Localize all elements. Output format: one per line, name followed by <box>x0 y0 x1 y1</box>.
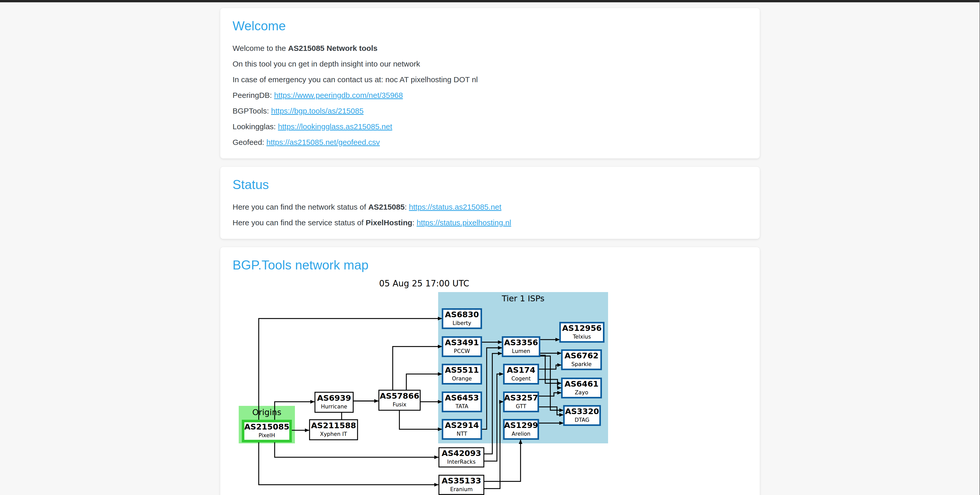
group-tier1-label: Tier 1 ISPs <box>501 294 544 303</box>
map-node-AS3356: AS3356Lumen <box>503 337 539 356</box>
node-id-AS57866: AS57866 <box>380 391 419 401</box>
bgptools-row: BGPTools: https://bgp.tools/as/215085 <box>232 107 748 115</box>
edge-AS215085-AS42093 <box>275 441 438 457</box>
node-id-AS2914: AS2914 <box>445 420 479 430</box>
edge-AS35133-AS1299 <box>484 440 520 481</box>
map-node-AS12956: AS12956Telxius <box>560 323 604 342</box>
node-name-AS57866: Fusix <box>393 401 406 408</box>
peeringdb-row: PeeringDB: https://www.peeringdb.com/net… <box>232 91 748 100</box>
node-id-AS3356: AS3356 <box>504 338 538 347</box>
group-origins-label: Origins <box>252 407 281 417</box>
network-map-image: Tier 1 ISPsOriginsAS215085PixelHAS211588… <box>238 292 748 495</box>
edge-AS57866-AS5511 <box>406 374 442 390</box>
network-status-bold: AS215085 <box>368 203 405 211</box>
lookingglass-link[interactable]: https://lookingglass.as215085.net <box>278 122 392 131</box>
node-id-AS215085: AS215085 <box>244 422 290 431</box>
node-name-AS3320: DTAG <box>575 417 590 423</box>
map-node-AS3320: AS3320DTAG <box>564 406 600 425</box>
node-id-AS5511: AS5511 <box>445 365 479 375</box>
welcome-line-emergency: In case of emergency you can contact us … <box>232 75 748 84</box>
network-status-prefix: Here you can find the network status of <box>232 203 368 211</box>
map-node-AS174: AS174Cogent <box>504 364 538 384</box>
node-name-AS5511: Orange <box>452 375 472 382</box>
node-name-AS12956: Telxius <box>573 334 591 340</box>
geofeed-row: Geofeed: https://as215085.net/geofeed.cs… <box>232 138 748 147</box>
node-name-AS174: Cogent <box>511 375 531 382</box>
node-id-AS35133: AS35133 <box>441 476 481 485</box>
node-id-AS6762: AS6762 <box>565 351 598 360</box>
map-node-AS5511: AS5511Orange <box>442 364 481 384</box>
map-node-AS6830: AS6830Liberty <box>442 309 481 328</box>
map-node-AS211588: AS211588Xyphen IT <box>310 420 358 440</box>
node-name-AS35133: Eranium <box>450 486 473 492</box>
edge-AS57866-AS3491 <box>393 346 442 390</box>
network-status-sep: : <box>404 203 409 211</box>
node-name-AS6453: TATA <box>455 403 468 409</box>
map-node-AS1299: AS1299Arelion <box>504 420 538 439</box>
node-id-AS211588: AS211588 <box>311 421 356 430</box>
map-node-AS2914: AS2914NTT <box>442 420 481 439</box>
node-id-AS3320: AS3320 <box>565 407 599 416</box>
node-name-AS42093: InterRacks <box>447 459 476 465</box>
welcome-line-insight: On this tool you cn get in depth insight… <box>232 60 748 68</box>
node-id-AS6939: AS6939 <box>317 393 351 402</box>
lookingglass-label: Lookingglas: <box>232 122 278 131</box>
page-content: Welcome Welcome to the AS215085 Network … <box>220 2 760 495</box>
service-status-sep: : <box>412 218 417 227</box>
peeringdb-label: PeeringDB: <box>232 91 274 99</box>
node-id-AS6830: AS6830 <box>445 310 479 319</box>
node-name-AS3257: GTT <box>516 403 527 409</box>
node-name-AS6762: Sparkle <box>571 361 592 367</box>
network-status-link[interactable]: https://status.as215085.net <box>409 203 501 211</box>
map-node-AS6762: AS6762Sparkle <box>562 350 601 369</box>
map-node-AS215085: AS215085PixelH <box>243 421 291 441</box>
status-card: Status Here you can find the network sta… <box>220 167 760 239</box>
window-top-bar <box>0 0 980 2</box>
welcome-intro-bold: AS215085 Network tools <box>288 44 377 53</box>
map-node-AS6461: AS6461Zayo <box>562 378 601 398</box>
service-status-link[interactable]: https://status.pixelhosting.nl <box>417 218 511 227</box>
status-title: Status <box>232 177 748 192</box>
node-name-AS211588: Xyphen IT <box>320 431 347 437</box>
map-timestamp: 05 Aug 25 17:00 UTC <box>238 278 610 289</box>
node-name-AS6830: Liberty <box>452 320 471 326</box>
geofeed-label: Geofeed: <box>232 138 266 147</box>
peeringdb-link[interactable]: https://www.peeringdb.com/net/35968 <box>274 91 403 99</box>
welcome-intro-prefix: Welcome to the <box>232 44 288 53</box>
node-name-AS3491: PCCW <box>454 348 470 354</box>
node-name-AS1299: Arelion <box>512 431 530 437</box>
map-node-AS6453: AS6453TATA <box>442 392 481 412</box>
bgp-map-title: BGP.Tools network map <box>232 258 748 272</box>
bgp-map-card: BGP.Tools network map 05 Aug 25 17:00 UT… <box>220 247 760 495</box>
map-node-AS35133: AS35133Eranium <box>439 475 484 495</box>
network-status-row: Here you can find the network status of … <box>232 203 748 211</box>
edge-AS57866-AS2914 <box>399 410 442 429</box>
node-name-AS6461: Zayo <box>575 390 588 396</box>
node-name-AS2914: NTT <box>457 431 467 437</box>
node-name-AS3356: Lumen <box>512 348 530 354</box>
bgptools-label: BGPTools: <box>232 107 271 115</box>
node-id-AS6461: AS6461 <box>565 379 598 388</box>
welcome-card: Welcome Welcome to the AS215085 Network … <box>220 8 760 158</box>
node-id-AS6453: AS6453 <box>445 393 479 402</box>
service-status-row: Here you can find the service status of … <box>232 218 748 227</box>
edge-AS215085-AS35133 <box>259 441 438 485</box>
node-id-AS3257: AS3257 <box>504 393 538 402</box>
lookingglass-row: Lookingglas: https://lookingglass.as2150… <box>232 122 748 131</box>
node-id-AS42093: AS42093 <box>441 449 481 458</box>
bgptools-link[interactable]: https://bgp.tools/as/215085 <box>271 107 363 115</box>
node-name-AS215085: PixelH <box>258 432 275 439</box>
map-node-AS57866: AS57866Fusix <box>379 390 420 410</box>
welcome-intro: Welcome to the AS215085 Network tools <box>232 44 748 53</box>
map-node-AS3491: AS3491PCCW <box>442 337 481 356</box>
map-node-AS3257: AS3257GTT <box>504 392 538 412</box>
node-id-AS12956: AS12956 <box>562 323 601 333</box>
geofeed-link[interactable]: https://as215085.net/geofeed.csv <box>266 138 380 147</box>
service-status-bold: PixelHosting <box>366 218 412 227</box>
node-id-AS174: AS174 <box>507 365 535 375</box>
welcome-title: Welcome <box>232 19 748 33</box>
node-name-AS6939: Hurricane <box>321 404 347 410</box>
map-node-AS42093: AS42093InterRacks <box>439 448 484 467</box>
map-node-AS6939: AS6939Hurricane <box>315 392 353 412</box>
node-id-AS1299: AS1299 <box>504 420 538 430</box>
